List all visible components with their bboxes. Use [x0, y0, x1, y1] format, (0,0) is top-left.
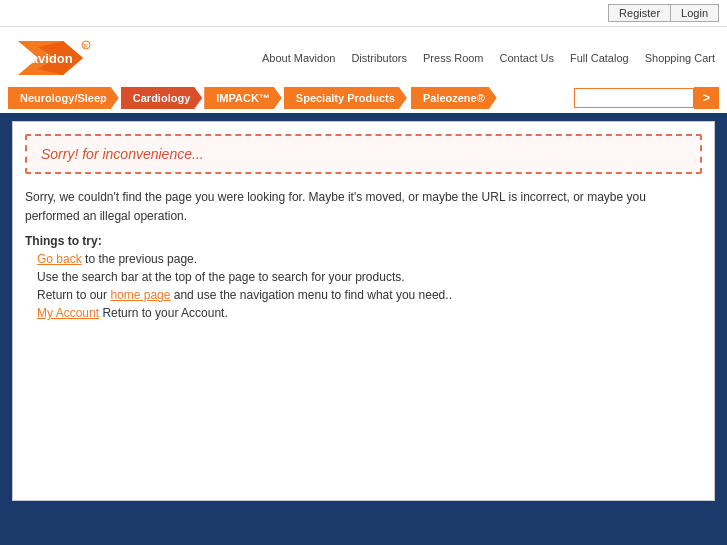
list-item-text: Use the search bar at the top of the pag… — [37, 270, 405, 284]
register-button[interactable]: Register — [608, 4, 670, 22]
login-button[interactable]: Login — [670, 4, 719, 22]
main-wrapper: Sorry! for inconvenience... Sorry, we co… — [0, 113, 727, 509]
tab-specialty-products[interactable]: Specialty Products — [284, 87, 407, 109]
search-area: > — [574, 87, 719, 109]
tab-neurology-sleep[interactable]: Neurology/Sleep — [8, 87, 119, 109]
things-to-try: Things to try: Go back to the previous p… — [25, 234, 702, 320]
list-item: Use the search bar at the top of the pag… — [25, 270, 702, 284]
list-item-text: to the previous page. — [85, 252, 197, 266]
mavidon-logo: Mavidon R — [8, 33, 118, 83]
search-button[interactable]: > — [694, 87, 719, 109]
error-title: Sorry! for inconvenience... — [41, 146, 686, 162]
nav-distributors[interactable]: Distributors — [351, 52, 407, 64]
nav-contact-us[interactable]: Contact Us — [500, 52, 554, 64]
svg-text:R: R — [84, 43, 89, 49]
top-bar: Register Login — [0, 0, 727, 27]
list-item: My Account Return to your Account. — [25, 306, 702, 320]
tab-impack[interactable]: IMPACK™ — [204, 87, 282, 109]
list-item: Return to our home page and use the navi… — [25, 288, 702, 302]
nav-about[interactable]: About Mavidon — [262, 52, 335, 64]
list-item-text: Return to your Account. — [102, 306, 227, 320]
tab-paleozene[interactable]: Paleozene® — [411, 87, 497, 109]
list-item-text: and use the navigation menu to find what… — [174, 288, 452, 302]
list-item-text: Return to our — [37, 288, 110, 302]
tab-cardiology[interactable]: Cardiology — [121, 87, 202, 109]
nav-press-room[interactable]: Press Room — [423, 52, 484, 64]
things-list: Go back to the previous page. Use the se… — [25, 252, 702, 320]
home-page-link[interactable]: home page — [110, 288, 170, 302]
main-nav: About Mavidon Distributors Press Room Co… — [262, 52, 715, 64]
things-label: Things to try: — [25, 234, 102, 248]
nav-full-catalog[interactable]: Full Catalog — [570, 52, 629, 64]
nav-shopping-cart[interactable]: Shopping Cart — [645, 52, 715, 64]
search-input[interactable] — [574, 88, 694, 108]
my-account-link[interactable]: My Account — [37, 306, 99, 320]
svg-text:Mavidon: Mavidon — [20, 51, 73, 66]
go-back-link[interactable]: Go back — [37, 252, 82, 266]
error-box: Sorry! for inconvenience... — [25, 134, 702, 174]
content-panel: Sorry! for inconvenience... Sorry, we co… — [12, 121, 715, 501]
tab-list: Neurology/Sleep Cardiology IMPACK™ Speci… — [8, 87, 564, 109]
tab-navigation: Neurology/Sleep Cardiology IMPACK™ Speci… — [0, 87, 727, 113]
logo-area: Mavidon R — [8, 33, 118, 83]
header: Mavidon R About Mavidon Distributors Pre… — [0, 27, 727, 87]
error-description: Sorry, we couldn't find the page you wer… — [25, 188, 702, 226]
list-item: Go back to the previous page. — [25, 252, 702, 266]
